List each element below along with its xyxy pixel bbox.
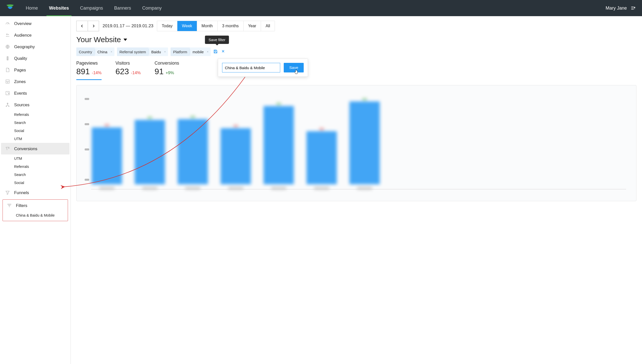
sidebar-item-sources[interactable]: Sources — [1, 99, 69, 111]
sidebar-item-label: Filters — [16, 203, 27, 208]
sidebar-item-events[interactable]: Events — [1, 87, 69, 99]
metric-label: Pageviews — [76, 61, 102, 66]
svg-point-20 — [6, 106, 7, 107]
sidebar-subitem-social[interactable]: Social — [1, 179, 69, 187]
chart-bar — [349, 98, 380, 189]
sidebar-subitem-referrals[interactable]: Referrals — [1, 163, 69, 171]
user-menu-icon — [630, 6, 635, 11]
range-today[interactable]: Today — [157, 21, 177, 31]
close-icon — [110, 50, 112, 53]
sidebar-item-funnels[interactable]: Funnels — [1, 187, 69, 198]
range-all[interactable]: All — [261, 21, 275, 31]
date-range-selector: TodayWeekMonth3 monthsYearAll — [157, 21, 275, 31]
date-prev-button[interactable] — [77, 21, 88, 31]
svg-line-4 — [8, 23, 8, 24]
chart-bar — [92, 124, 122, 189]
sidebar-item-label: Overview — [14, 21, 32, 26]
svg-rect-31 — [215, 50, 216, 51]
metric-pageviews[interactable]: Pageviews891-14% — [76, 61, 102, 80]
close-icon — [207, 50, 209, 53]
event-icon — [5, 90, 11, 96]
sidebar-subitem-social[interactable]: Social — [1, 127, 69, 135]
svg-point-6 — [8, 34, 9, 35]
filter-tag-label: Platform — [171, 47, 190, 56]
metric-label: Conversions — [155, 61, 179, 66]
date-bar: 2019.01.17 — 2019.01.23 TodayWeekMonth3 … — [76, 21, 636, 31]
funnel-icon — [5, 190, 11, 196]
metric-delta: +9% — [165, 70, 174, 75]
chart-bar — [135, 117, 165, 189]
sidebar-item-label: Events — [14, 91, 27, 96]
date-next-button[interactable] — [88, 21, 99, 31]
traffic-icon — [5, 55, 11, 61]
metric-visitors[interactable]: Visitors623-14% — [115, 61, 141, 80]
save-icon — [213, 49, 218, 54]
app-logo — [5, 3, 15, 13]
range-week[interactable]: Week — [177, 21, 197, 31]
filter-tag-label: Referral system — [117, 47, 149, 56]
clear-filters-button[interactable] — [221, 49, 225, 54]
sidebar-item-overview[interactable]: Overview — [1, 18, 69, 29]
save-filter-button[interactable] — [213, 49, 218, 55]
filter-tag-remove[interactable] — [206, 47, 211, 56]
sidebar-subitem-utm[interactable]: UTM — [1, 135, 69, 143]
sidebar-item-quality[interactable]: Quality — [1, 53, 69, 64]
sidebar-item-label: Funnels — [14, 190, 29, 195]
filters-box-highlight: Filters China & Baidu & Mobile — [3, 199, 68, 221]
filter-tag-row: CountryChinaReferral systemBaiduPlatform… — [76, 47, 636, 56]
range-3-months[interactable]: 3 months — [217, 21, 243, 31]
metric-value: 891 — [76, 67, 90, 76]
sidebar-item-label: Audience — [14, 33, 32, 38]
filter-tag-remove[interactable] — [163, 47, 168, 56]
sources-icon — [5, 102, 11, 108]
user-name: Mary Jane — [606, 6, 627, 11]
sidebar-item-label: Zones — [14, 79, 26, 84]
chevron-left-icon — [80, 24, 84, 28]
caret-down-icon — [124, 39, 127, 41]
saved-filter-item[interactable]: China & Baidu & Mobile — [3, 211, 68, 219]
site-selector[interactable]: Your Website — [76, 35, 636, 44]
sidebar-item-label: Pages — [14, 68, 26, 72]
page-icon — [5, 67, 11, 73]
sidebar-item-filters[interactable]: Filters — [3, 200, 68, 211]
sidebar-item-zones[interactable]: Zones — [1, 76, 69, 87]
chart-bar — [306, 128, 337, 189]
sidebar: OverviewAudienceGeographyQualityPagesZon… — [0, 16, 71, 364]
nav-link-company[interactable]: Company — [137, 0, 167, 16]
filter-tag-remove[interactable] — [110, 47, 114, 56]
sidebar-subitem-referrals[interactable]: Referrals — [1, 111, 69, 119]
user-menu[interactable]: Mary Jane — [602, 6, 639, 11]
nav-link-banners[interactable]: Banners — [109, 0, 137, 16]
metric-value: 91 — [155, 67, 164, 76]
metric-conversions[interactable]: Conversions91+9% — [155, 61, 179, 80]
save-button[interactable]: Save — [284, 63, 304, 72]
range-month[interactable]: Month — [197, 21, 217, 31]
nav-link-websites[interactable]: Websites — [43, 0, 75, 16]
save-filter-popover: Save — [218, 59, 308, 77]
sidebar-item-pages[interactable]: Pages — [1, 64, 69, 76]
filter-actions: Save filter — [213, 49, 225, 55]
sidebar-item-conversions[interactable]: Conversions — [1, 143, 69, 154]
save-filter-tooltip: Save filter — [205, 36, 229, 44]
sidebar-subitem-search[interactable]: Search — [1, 171, 69, 179]
sidebar-subitem-utm[interactable]: UTM — [1, 154, 69, 163]
svg-point-21 — [9, 106, 9, 107]
metric-delta: -14% — [131, 70, 141, 75]
nav-link-home[interactable]: Home — [20, 0, 43, 16]
filter-tag-label: Country — [76, 47, 95, 56]
svg-point-9 — [7, 57, 8, 58]
chart-bar — [221, 125, 251, 189]
nav-link-campaigns[interactable]: Campaigns — [75, 0, 109, 16]
filter-tag-platform: Platformmobile — [171, 47, 211, 56]
sidebar-subitem-search[interactable]: Search — [1, 119, 69, 127]
sidebar-item-geography[interactable]: Geography — [1, 41, 69, 53]
range-year[interactable]: Year — [243, 21, 261, 31]
chart-bar — [178, 116, 208, 189]
sidebar-item-audience[interactable]: Audience — [1, 29, 69, 41]
filter-name-input[interactable] — [222, 63, 280, 72]
sidebar-item-label: Sources — [14, 102, 30, 107]
filter-tag-value: Baidu — [149, 47, 163, 56]
people-icon — [5, 32, 11, 38]
svg-point-16 — [7, 103, 8, 104]
funnel-out-icon — [5, 146, 11, 152]
